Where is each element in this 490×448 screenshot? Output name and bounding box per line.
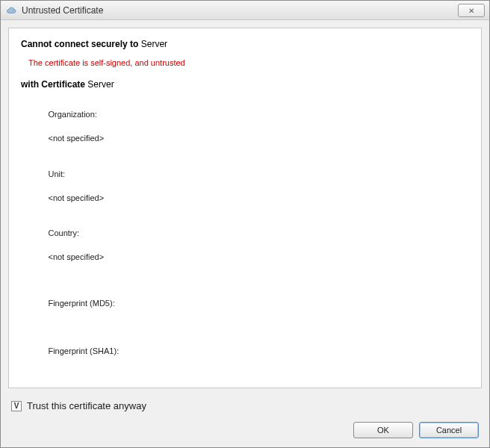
cannot-connect-heading: Cannot connect securely to Server [21, 39, 469, 49]
cert-org-value: <not specified> [48, 134, 104, 143]
cancel-button-label: Cancel [436, 426, 462, 435]
cert-heading-bold: with Certificate [21, 79, 85, 90]
cert-org-label: Organization: [48, 110, 96, 119]
dialog-window: Untrusted Certificate ✕ Cannot connect s… [0, 0, 490, 448]
fp-md5-label: Fingerprint (MD5): [48, 299, 114, 308]
window-title: Untrusted Certificate [22, 5, 103, 16]
bottom-panel: V Trust this certificate anyway OK Cance… [1, 396, 489, 447]
close-icon: ✕ [468, 7, 474, 15]
cert-unit-label: Unit: [48, 169, 65, 178]
cert-country-value: <not specified> [48, 252, 104, 261]
trust-checkbox-label: Trust this certificate anyway [27, 400, 146, 411]
fingerprint-details: Fingerprint (MD5): Fingerprint (SHA1): [30, 286, 469, 382]
app-cloud-icon [5, 4, 17, 16]
untrusted-reason-text: The certificate is self-signed, and untr… [28, 58, 469, 67]
certificate-details: Organization: <not specified> Unit: <not… [30, 97, 469, 276]
content-panel: Cannot connect securely to Server The ce… [8, 28, 482, 388]
trust-checkbox-row[interactable]: V Trust this certificate anyway [11, 400, 479, 411]
cancel-button[interactable]: Cancel [419, 422, 479, 438]
ok-button[interactable]: OK [353, 422, 413, 438]
cert-unit-value: <not specified> [48, 193, 104, 202]
titlebar: Untrusted Certificate ✕ [1, 1, 489, 20]
checkbox-check-icon: V [14, 402, 19, 410]
button-row: OK Cancel [11, 422, 479, 438]
certificate-subheading: with Certificate Server [21, 79, 469, 90]
cert-heading-name: Server [87, 79, 114, 90]
heading-server-name: Server [141, 39, 167, 49]
cert-country-label: Country: [48, 228, 79, 237]
fp-sha1-label: Fingerprint (SHA1): [48, 346, 119, 355]
heading-bold: Cannot connect securely to [21, 39, 138, 49]
ok-button-label: OK [377, 426, 389, 435]
close-button[interactable]: ✕ [458, 4, 485, 17]
trust-checkbox[interactable]: V [11, 401, 22, 411]
